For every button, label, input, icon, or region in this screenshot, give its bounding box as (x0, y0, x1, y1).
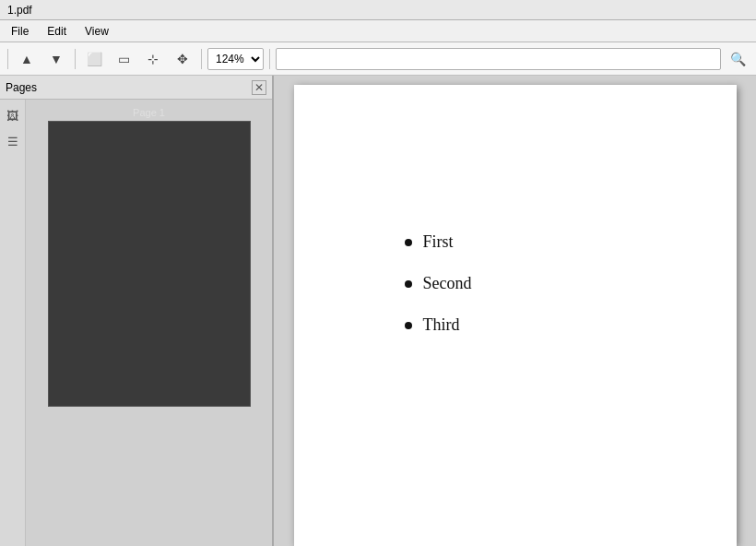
bookmarks-button[interactable]: ☰ (1, 129, 25, 153)
pan-tool-icon: ✥ (177, 52, 188, 66)
toolbar-separator-1 (7, 49, 8, 69)
search-input[interactable] (276, 48, 721, 70)
list-item-text-2: Second (423, 274, 472, 293)
main-area: Pages ✕ 🖼 ☰ Page 1 (0, 76, 756, 546)
toolbar: ▲ ▼ ⬜ ▭ ⊹ ✥ 124% 50% 75% 100% 150% 200% … (0, 42, 756, 76)
select-tool-button[interactable]: ⊹ (140, 47, 166, 71)
list-item-text-3: Third (423, 315, 460, 335)
next-page-button[interactable]: ▼ (43, 47, 69, 71)
thumbnails-icon: 🖼 (6, 109, 18, 123)
bullet-dot-3 (405, 322, 412, 329)
sidebar-header: Pages ✕ (0, 76, 272, 100)
pdf-bullet-list: First Second Third (405, 232, 681, 335)
select-tool-icon: ⊹ (148, 52, 159, 66)
bullet-dot-1 (405, 239, 412, 246)
menu-view[interactable]: View (77, 23, 116, 40)
pan-tool-button[interactable]: ✥ (170, 47, 195, 71)
window-title: 1.pdf (7, 4, 32, 17)
menu-edit[interactable]: Edit (40, 23, 74, 40)
sidebar: Pages ✕ 🖼 ☰ Page 1 (0, 76, 274, 546)
fit-width-button[interactable]: ▭ (111, 47, 136, 71)
prev-icon: ▲ (20, 52, 33, 66)
sidebar-icon-strip: 🖼 ☰ (0, 100, 26, 546)
next-icon: ▼ (50, 52, 63, 66)
fit-width-icon: ▭ (118, 52, 130, 66)
pdf-page: First Second Third (294, 85, 737, 546)
menu-file[interactable]: File (4, 23, 36, 40)
menu-bar: File Edit View (0, 20, 756, 42)
list-item-text-1: First (423, 232, 454, 252)
thumbnails-button[interactable]: 🖼 (1, 103, 25, 127)
sidebar-title: Pages (6, 81, 37, 94)
list-item-3: Third (405, 315, 681, 335)
page-label-1: Page 1 (133, 107, 165, 118)
list-item-2: Second (405, 274, 681, 293)
page-thumb-image-1 (48, 121, 251, 407)
pdf-viewer[interactable]: First Second Third (274, 76, 756, 546)
prev-page-button[interactable]: ▲ (14, 47, 40, 71)
toolbar-separator-4 (269, 49, 270, 69)
title-bar: 1.pdf (0, 0, 756, 20)
search-icon: 🔍 (730, 52, 746, 66)
fit-page-button[interactable]: ⬜ (81, 47, 107, 71)
bullet-dot-2 (405, 280, 412, 288)
thumbnail-area[interactable]: Page 1 (26, 100, 272, 546)
list-item-1: First (405, 232, 681, 252)
toolbar-separator-3 (201, 49, 202, 69)
bookmarks-icon: ☰ (7, 135, 18, 148)
close-icon: ✕ (254, 81, 264, 94)
fit-page-icon: ⬜ (87, 52, 102, 66)
zoom-selector[interactable]: 124% 50% 75% 100% 150% 200% (207, 48, 264, 70)
search-button[interactable]: 🔍 (725, 47, 750, 71)
sidebar-close-button[interactable]: ✕ (252, 80, 266, 95)
page-thumbnail-1[interactable]: Page 1 (33, 107, 265, 407)
toolbar-separator-2 (75, 49, 76, 69)
